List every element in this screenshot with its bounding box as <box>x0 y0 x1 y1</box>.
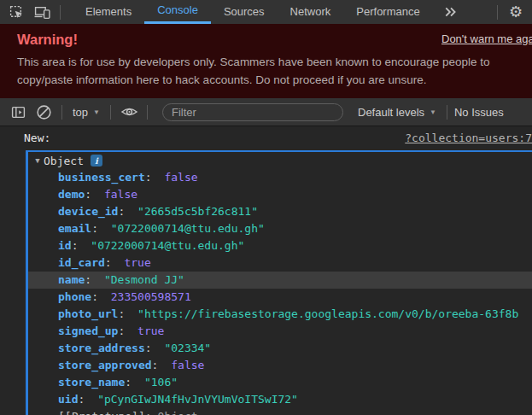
tab-console[interactable]: Console <box>144 0 211 24</box>
console-sidebar-icon[interactable] <box>7 101 29 123</box>
object-tree: ▼ Object i business_cert false demo fals… <box>26 150 532 415</box>
chevron-down-icon: ▼ <box>430 108 436 116</box>
property-value: "https://firebasestorage.googleapis.com/… <box>137 307 518 320</box>
levels-dropdown-label: Default levels <box>358 106 424 119</box>
toolbar-divider <box>60 5 61 20</box>
property-name: store_address <box>58 342 152 354</box>
console-toolbar: top ▼ Default levels ▼ No Issues <box>0 98 532 126</box>
property-name: id <box>58 239 78 252</box>
dont-warn-link[interactable]: Don't warn me again <box>441 32 532 45</box>
property-value: "0722000714@ttu.edu.gh" <box>91 239 244 252</box>
object-header[interactable]: ▼ Object i <box>28 152 532 169</box>
property-name: uid <box>58 393 85 406</box>
property-row[interactable]: id_card true <box>28 254 532 272</box>
prototype-label: [[Prototype]] <box>58 408 152 415</box>
property-row[interactable]: name "Desmond JJ" <box>28 272 532 289</box>
property-name: business_cert <box>58 171 152 184</box>
property-value: "2665d5c5bf26c811" <box>137 205 258 218</box>
property-row[interactable]: photo_url "https://firebasestorage.googl… <box>28 306 532 323</box>
property-value: "0722000714@ttu.edu.gh" <box>111 222 265 235</box>
context-selector-label: top <box>73 106 88 119</box>
console-warning-banner: Warning! Don't warn me again This area i… <box>0 24 532 98</box>
info-icon[interactable]: i <box>91 155 102 167</box>
more-tabs-icon[interactable] <box>440 1 462 23</box>
property-row[interactable]: uid "pCynGIwJN4fHvJnVYUmVoITSwI72" <box>28 391 532 408</box>
tab-performance[interactable]: Performance <box>343 0 432 24</box>
clear-console-icon[interactable] <box>32 101 55 123</box>
triangle-right-icon[interactable]: ▶ <box>46 408 58 415</box>
toolbar-divider <box>147 105 148 120</box>
property-name: phone <box>58 290 98 303</box>
property-value: "pCynGIwJN4fHvJnVYUmVoITSwI72" <box>97 393 298 406</box>
console-messages: New: ?collection=users:7 ▼ Object i busi… <box>0 126 532 415</box>
tab-elements[interactable]: Elements <box>73 0 144 24</box>
property-value: "106" <box>144 376 178 389</box>
property-value: false <box>171 359 204 371</box>
property-row[interactable]: email "0722000714@ttu.edu.gh" <box>28 220 532 237</box>
settings-gear-icon[interactable]: ⚙ <box>505 1 527 23</box>
chevron-down-icon: ▼ <box>93 108 100 116</box>
context-selector[interactable]: top ▼ <box>73 106 100 119</box>
object-properties: business_cert false demo false device_id… <box>28 169 532 408</box>
property-row[interactable]: store_name "106" <box>28 374 532 391</box>
property-name: photo_url <box>58 307 125 320</box>
source-link[interactable]: ?collection=users:7 <box>405 132 532 144</box>
property-name: email <box>58 222 98 235</box>
devtools-tabbar: ElementsConsoleSourcesNetworkPerformance… <box>0 0 532 24</box>
prototype-row[interactable]: ▶ [[Prototype]] Object <box>28 408 532 415</box>
toolbar-divider <box>447 105 447 120</box>
property-name: signed_up <box>58 324 125 337</box>
filter-input[interactable] <box>162 103 343 121</box>
inspect-icon[interactable] <box>5 1 27 23</box>
property-name: id_card <box>58 256 112 269</box>
property-row[interactable]: phone 233500598571 <box>28 289 532 306</box>
live-expression-eye-icon[interactable] <box>118 101 140 123</box>
property-value: "Desmond JJ" <box>104 273 184 286</box>
tab-strip: ElementsConsoleSourcesNetworkPerformance <box>73 0 433 24</box>
warning-text-line2: copy/paste information here to hack acco… <box>17 71 532 89</box>
device-toolbar-icon[interactable] <box>31 1 53 23</box>
property-value: false <box>104 188 137 201</box>
property-name: store_approved <box>58 359 158 371</box>
property-row[interactable]: store_address "02334" <box>28 340 532 357</box>
property-value: true <box>124 256 150 269</box>
warning-text-line1: This area is for use by developers only.… <box>17 53 532 71</box>
property-name: name <box>58 273 91 286</box>
property-value: false <box>164 171 197 184</box>
property-name: demo <box>58 188 91 201</box>
levels-dropdown[interactable]: Default levels ▼ <box>358 106 436 119</box>
prototype-value: Object <box>158 408 198 415</box>
log-label: New: <box>24 132 50 144</box>
tab-sources[interactable]: Sources <box>211 0 278 24</box>
property-value: 233500598571 <box>111 290 191 303</box>
object-label: Object <box>44 155 84 167</box>
tab-network[interactable]: Network <box>278 0 344 24</box>
property-row[interactable]: demo false <box>28 186 532 203</box>
property-row[interactable]: store_approved false <box>28 357 532 374</box>
toolbar-divider <box>61 105 62 120</box>
property-value: true <box>137 324 164 337</box>
gear-glyph: ⚙ <box>509 4 523 20</box>
toolbar-divider <box>110 105 111 120</box>
property-row[interactable]: device_id "2665d5c5bf26c811" <box>28 203 532 220</box>
issues-counter[interactable]: No Issues <box>454 106 504 119</box>
triangle-down-icon[interactable]: ▼ <box>32 156 44 165</box>
property-value: "02334" <box>164 342 211 354</box>
property-name: device_id <box>58 205 125 218</box>
property-row[interactable]: business_cert false <box>28 169 532 186</box>
toolbar-divider <box>497 5 498 20</box>
property-row[interactable]: id "0722000714@ttu.edu.gh" <box>28 237 532 254</box>
console-log-row: New: ?collection=users:7 <box>0 126 532 150</box>
property-row[interactable]: signed_up true <box>28 323 532 340</box>
property-name: store_name <box>58 376 132 389</box>
